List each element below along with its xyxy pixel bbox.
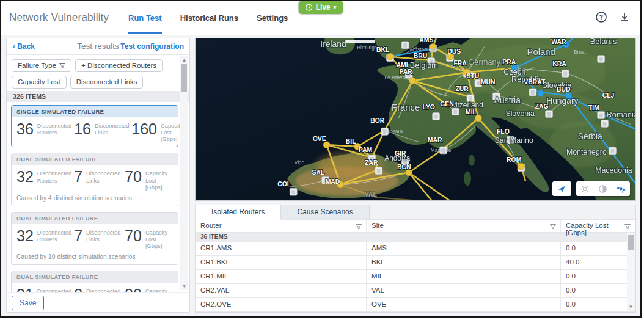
router-node-VBRAT2[interactable] (537, 90, 544, 97)
stat: 36DisconnectedRouters (16, 122, 71, 143)
tab-settings[interactable]: Settings (257, 1, 288, 34)
column-filter-icon[interactable] (550, 223, 556, 230)
node-label-PAM: PAM (359, 147, 372, 153)
city-label: Le Havre (384, 75, 405, 81)
node-label-LYO: LYO (423, 104, 435, 111)
column-header[interactable]: Site (367, 220, 561, 232)
node-label-MAD: MAD (326, 178, 340, 185)
node-label-TIM: TIM (588, 104, 599, 111)
router-node-ROM[interactable] (518, 163, 525, 170)
locate-button[interactable] (552, 181, 571, 196)
filter-chips: Failure Type+ Disconnected RoutersCapaci… (7, 55, 189, 91)
table-cell: CR1.MIL (196, 270, 367, 283)
navigation-icon (557, 184, 566, 194)
scrollbar-thumb[interactable] (181, 64, 187, 92)
column-header[interactable]: Router (196, 220, 367, 232)
filter-chip-failure-type[interactable]: Failure Type (12, 59, 71, 72)
tab-historical-runs[interactable]: Historical Runs (180, 1, 238, 34)
node-label-GEN: GEN (440, 101, 453, 107)
network-map[interactable]: IrelandBelgiumGermanyFrancePolandCzechRe… (196, 38, 635, 200)
table-row[interactable]: CR1.AMSAMS0.0 (196, 242, 635, 256)
site-node-inner (599, 114, 603, 118)
table-scrollbar[interactable]: ▼ (627, 233, 635, 311)
site-node-inner (477, 81, 480, 85)
router-node-BCN[interactable] (406, 169, 412, 176)
contrast-icon[interactable] (598, 184, 607, 194)
save-button[interactable]: Save (12, 296, 44, 310)
node-label-DUS: DUS (447, 48, 461, 55)
node-label-FRA: FRA (454, 60, 467, 67)
tab-cause-scenarios[interactable]: Cause Scenarios (281, 205, 369, 219)
table-row[interactable]: CR2.OVEOVE0.0 (196, 298, 635, 312)
stat-label: DisconnectedRouters (37, 228, 71, 243)
column-filter-icon[interactable] (624, 223, 631, 230)
scroll-down-icon[interactable]: ▼ (180, 283, 188, 289)
node-label-VAL: VAL (365, 191, 378, 198)
router-node-BKL[interactable] (387, 53, 393, 60)
map-controls (552, 181, 630, 196)
table-row[interactable]: CR1.BKLBKL40.0 (196, 256, 635, 270)
failure-card[interactable]: DUAL SIMULATED FAILURE31DisconnectedRout… (11, 271, 178, 292)
country-label: Macedonia (595, 166, 632, 175)
test-configuration-link[interactable]: Test configuration (120, 42, 184, 51)
site-node-inner (453, 110, 457, 114)
stat-value: 7 (74, 169, 82, 184)
details-table-panel: Isolated RoutersCause Scenarios RouterSi… (195, 205, 636, 313)
stat: 32DisconnectedRouters (16, 228, 71, 250)
stat: 70CapacityLost[Gbps] (125, 228, 173, 250)
stat-value: 32 (16, 169, 34, 184)
country-label: Slovenia (505, 109, 535, 118)
filter-chip-disconnected-links[interactable]: Disconnected Links (70, 76, 144, 89)
live-label: Live (316, 3, 331, 12)
node-label-OVE: OVE (313, 136, 326, 142)
island (469, 155, 475, 166)
table-tabs: Isolated RoutersCause Scenarios (196, 205, 635, 220)
satellite-icon[interactable] (617, 184, 626, 194)
city-label: Brest (574, 49, 586, 55)
table-cell: OVE (367, 298, 561, 311)
city-label: Vigo (295, 159, 305, 165)
stat: 7DisconnectedLinks (74, 228, 122, 250)
panel-footer: Save (7, 292, 189, 312)
help-icon[interactable]: ? (595, 11, 607, 23)
scroll-up-icon[interactable]: ▲ (180, 57, 188, 63)
router-node-OVE[interactable] (323, 142, 330, 148)
country-label: Austria (494, 95, 521, 105)
table-row[interactable]: CR2.VALVAL0.0 (196, 284, 635, 298)
table-cell: VAL (367, 284, 561, 297)
results-scrollbar[interactable]: ▲ ▼ (180, 56, 188, 290)
stat-value: 36 (16, 122, 34, 137)
column-header[interactable]: Capacity Lost [Gbps] (561, 220, 635, 232)
stat-label: DisconnectedLinks (86, 287, 120, 292)
stat-label: CapacityLost[Gbps] (145, 169, 167, 191)
router-node-MIL[interactable] (475, 115, 481, 122)
failure-card[interactable]: SINGLE SIMULATED FAILURE36DisconnectedRo… (11, 105, 178, 147)
stat-value: 8 (74, 287, 82, 292)
filter-chip--disconnected-routers[interactable]: + Disconnected Routers (75, 59, 163, 72)
router-node-PAR[interactable] (409, 78, 416, 84)
tab-run-test[interactable]: Run Test (128, 1, 162, 34)
download-icon[interactable] (618, 11, 631, 23)
table-cell: CR1.BKL (196, 256, 367, 269)
column-filter-icon[interactable] (356, 223, 362, 230)
tab-isolated-routers[interactable]: Isolated Routers (196, 205, 281, 220)
stat: 80CapacityLost[Gbps] (125, 287, 173, 292)
node-label-BCN: BCN (397, 164, 411, 170)
filter-chip-capacity-lost[interactable]: Capacity Lost (12, 76, 67, 89)
map-panel[interactable]: IrelandBelgiumGermanyFrancePolandCzechRe… (195, 38, 636, 201)
chevron-down-icon: ▾ (334, 4, 337, 10)
scroll-down-icon[interactable]: ▼ (627, 304, 635, 310)
stat-label: DisconnectedLinks (95, 122, 129, 136)
header-icons: ? (595, 11, 631, 23)
gear-icon[interactable] (580, 184, 590, 194)
failure-card[interactable]: DUAL SIMULATED FAILURE32DisconnectedRout… (11, 153, 178, 206)
failure-card[interactable]: DUAL SIMULATED FAILURE32DisconnectedRout… (11, 212, 178, 265)
svg-text:?: ? (599, 13, 603, 21)
scrollbar-thumb[interactable] (628, 235, 634, 250)
stat-value: 160 (131, 122, 157, 137)
app-window: Network Vulnerability Run TestHistorical… (0, 0, 642, 318)
site-node-inner (547, 112, 551, 117)
live-badge[interactable]: Live ▾ (299, 1, 343, 14)
table-row[interactable]: CR1.MILMIL0.0 (196, 270, 635, 284)
country-label: Romania (607, 110, 635, 119)
